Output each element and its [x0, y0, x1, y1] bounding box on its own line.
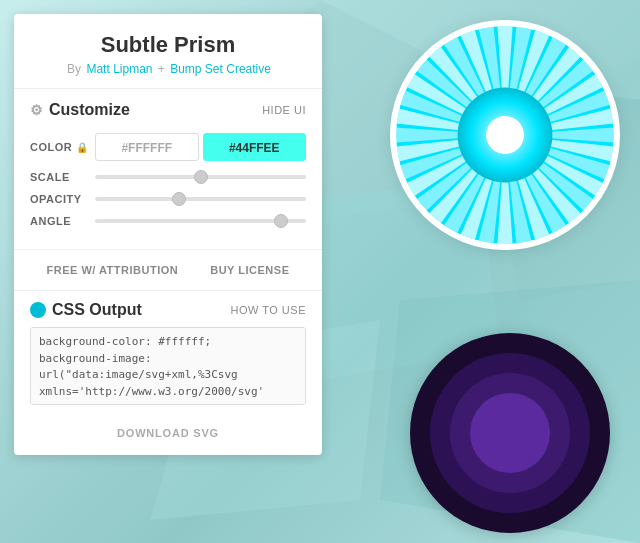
- opacity-slider[interactable]: [95, 197, 306, 201]
- app-subtitle: By Matt Lipman + Bump Set Creative: [30, 62, 306, 76]
- studio-link[interactable]: Bump Set Creative: [170, 62, 271, 76]
- color-white-box[interactable]: #FFFFFF: [95, 133, 199, 161]
- scale-row: SCALE: [30, 171, 306, 183]
- css-section-header: CSS Output HOW TO USE: [30, 301, 306, 319]
- scale-slider[interactable]: [95, 175, 306, 179]
- css-output-section: CSS Output HOW TO USE: [14, 291, 322, 415]
- opacity-row: OPACITY: [30, 193, 306, 205]
- opacity-label: OPACITY: [30, 193, 95, 205]
- free-attribution-button[interactable]: FREE W/ ATTRIBUTION: [31, 258, 195, 282]
- color-teal-box[interactable]: #44FFEE: [203, 133, 307, 161]
- css-title-label: CSS Output: [52, 301, 142, 319]
- dark-circle: [410, 333, 610, 533]
- customize-section: ⚙ Customize HIDE UI COLOR 🔒 #FFFFFF #44F…: [14, 89, 322, 249]
- customize-header: ⚙ Customize HIDE UI: [30, 101, 306, 119]
- dark-circle-inner2: [450, 373, 570, 493]
- how-to-use-button[interactable]: HOW TO USE: [231, 304, 307, 316]
- buy-license-button[interactable]: BUY LICENSE: [194, 258, 305, 282]
- opacity-thumb[interactable]: [172, 192, 186, 206]
- angle-slider[interactable]: [95, 219, 306, 223]
- color-label: COLOR 🔒: [30, 141, 95, 153]
- teal-circle: [390, 20, 620, 250]
- color-row: COLOR 🔒 #FFFFFF #44FFEE: [30, 133, 306, 161]
- dark-circle-inner1: [430, 353, 590, 513]
- svg-point-44: [486, 116, 524, 154]
- download-row: DOWNLOAD SVG: [14, 415, 322, 447]
- angle-thumb[interactable]: [274, 214, 288, 228]
- scale-thumb[interactable]: [194, 170, 208, 184]
- customize-title: ⚙ Customize: [30, 101, 130, 119]
- app-title: Subtle Prism: [30, 32, 306, 58]
- license-row: FREE W/ ATTRIBUTION BUY LICENSE: [14, 249, 322, 291]
- color-inputs: #FFFFFF #44FFEE: [95, 133, 306, 161]
- hide-ui-button[interactable]: HIDE UI: [262, 104, 306, 116]
- panel-header: Subtle Prism By Matt Lipman + Bump Set C…: [14, 14, 322, 89]
- customize-label: Customize: [49, 101, 130, 119]
- gear-icon: ⚙: [30, 102, 43, 118]
- separator: +: [158, 62, 165, 76]
- css-output-textarea[interactable]: [30, 327, 306, 405]
- dark-circle-inner3: [470, 393, 550, 473]
- download-svg-button[interactable]: DOWNLOAD SVG: [105, 423, 231, 443]
- css-section-title: CSS Output: [30, 301, 142, 319]
- author-link[interactable]: Matt Lipman: [86, 62, 152, 76]
- angle-row: ANGLE: [30, 215, 306, 227]
- angle-label: ANGLE: [30, 215, 95, 227]
- lock-icon: 🔒: [76, 142, 89, 153]
- circle-icon: [30, 302, 46, 318]
- scale-label: SCALE: [30, 171, 95, 183]
- by-label: By: [67, 62, 81, 76]
- main-panel: Subtle Prism By Matt Lipman + Bump Set C…: [14, 14, 322, 455]
